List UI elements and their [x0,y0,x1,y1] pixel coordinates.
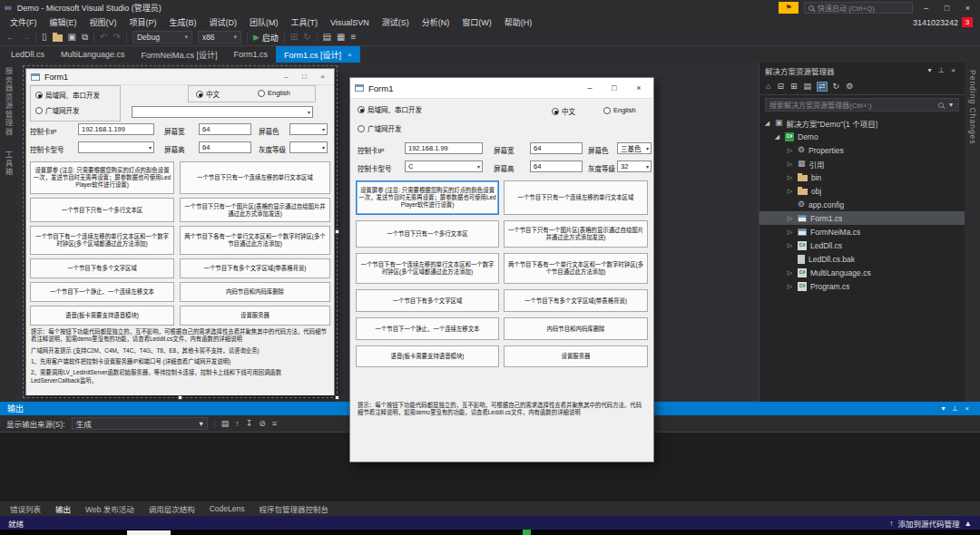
tab-codelens[interactable]: CodeLens [202,504,252,513]
find-in-files-icon[interactable]: ▤ [323,33,331,42]
doc-tab-formneima-design[interactable]: FormNeiMa.cs [设计] [133,46,226,63]
doc-tab-multilanguage[interactable]: MultiLanguage.cs [53,46,133,63]
form-button[interactable]: 语音(板卡需要支持语音模块) [30,306,174,326]
expand-arrow-icon[interactable]: ◢ [773,133,781,141]
doc-tab-form1-design-active[interactable]: Form1.cs [设计] × [276,46,360,63]
collapse-all-icon[interactable]: ⊟ [777,83,784,91]
window-position-icon[interactable]: ▾ [924,66,936,74]
notification-badge[interactable]: 3 [962,17,973,27]
undo-icon[interactable]: ↶ [100,33,107,42]
radio-wan[interactable]: 广域网开发 [35,105,80,115]
show-all-files-icon[interactable]: ▤ [804,83,812,91]
form-button[interactable]: 一个节目下只有一个图片区(表格的显示通过自绘图片并通过此方式添加发送) [504,220,648,248]
sidebar-tab-server-explorer[interactable]: 服务器资源管理器 [3,67,14,136]
solution-config-dropdown[interactable]: Debug ▾ [132,31,192,44]
refresh-icon[interactable]: ↻ [833,83,840,91]
close-button[interactable]: × [629,83,649,92]
tree-item-references[interactable]: ▷ ▦ 引用 [760,157,965,170]
menu-item-help[interactable]: 帮助(H) [498,16,539,28]
radio-chinese[interactable]: 中文 [552,106,575,116]
taskbar-item[interactable] [127,530,171,535]
maximize-button[interactable]: □ [298,73,311,81]
card-model-combobox[interactable]: C ▾ [405,160,483,172]
form-button[interactable]: 一个节目下只有一个多行文本区 [356,220,499,248]
step-over-icon[interactable]: ↻ [303,33,310,42]
redo-icon[interactable]: ↷ [113,33,121,42]
form-button[interactable]: 一个节目下有多个文字区域(带表格背景) [180,258,330,278]
screen-height-input[interactable]: 64 [530,160,583,172]
gray-level-combobox[interactable]: ▾ [289,141,328,153]
account-number[interactable]: 3141023242 [913,18,958,27]
screen-width-input[interactable]: 64 [199,123,251,135]
start-debug-button[interactable]: ▶ 启动 [253,32,279,44]
tree-item-properties[interactable]: ▷ ⚙ Properties [760,143,965,157]
save-icon[interactable]: ▣ [68,33,76,42]
radio-english[interactable]: English [603,106,636,114]
tree-item-appconfig[interactable]: ⚙ app.config [760,198,965,211]
go-next-icon[interactable]: ↧ [246,420,253,428]
expand-arrow-icon[interactable]: ▷ [786,229,794,236]
form-button[interactable]: 一个节目下一个静止、一个连续左移文本 [356,317,499,340]
menu-item-analyze[interactable]: 分析(N) [416,16,456,28]
menu-item-test[interactable]: 测试(S) [376,16,416,28]
form-button[interactable]: 一个节目下一个静止、一个连续左移文本 [30,282,174,302]
expand-arrow-icon[interactable]: ▷ [786,188,794,195]
form-button[interactable]: 设置服务器 [180,306,330,326]
navigate-back-icon[interactable]: ← [6,33,15,42]
tree-item-project[interactable]: ◢ C# Demo [760,130,965,143]
pin-icon[interactable]: ⊥ [936,66,947,74]
form-button[interactable]: 两个节目下各有一个单行文本区和一个数字时钟区(多个节目通过此方法添加) [504,253,648,284]
form-button[interactable]: 一个节目下只有一个图片区(表格的显示通过自绘图片并通过此方式添加发送) [180,198,330,222]
sidebar-tab-pending-changes[interactable]: Pending Changes [968,70,977,402]
tree-item-solution[interactable]: ◢ ▣ 解决方案"Demo"(1 个项目) [760,116,965,130]
menu-item-tools[interactable]: 工具(T) [285,16,325,28]
word-wrap-icon[interactable]: ≡ [272,420,277,428]
form-title-bar[interactable]: Form1 – □ × [26,69,334,85]
menu-item-view[interactable]: 视图(V) [83,16,123,28]
screen-width-input[interactable]: 64 [530,142,583,154]
radio-wan[interactable]: 广域网开发 [358,123,402,133]
expand-arrow-icon[interactable]: ▷ [786,174,794,181]
command-window-icon[interactable]: ▦ [337,33,345,42]
tree-item-program[interactable]: ▷ C# Program.cs [760,279,965,293]
tree-item-bin[interactable]: ▷ bin [760,170,965,184]
form-button[interactable]: 一个节目下有多个文字区域 [30,258,174,278]
expand-arrow-icon[interactable]: ▷ [786,269,794,277]
resize-handle[interactable] [178,395,182,400]
form-button[interactable]: 一个节目下有一个连续左移的单行文本区和一个数字时钟区(多个区域都通过此方法添加) [30,226,174,255]
go-previous-icon[interactable]: ↑ [235,420,240,428]
window-position-icon[interactable]: ▾ [937,404,949,413]
form-button[interactable]: 设置服务器 [504,345,648,367]
expand-arrow-icon[interactable]: ▷ [786,147,794,154]
minimize-button[interactable]: – [279,73,293,81]
notifications-flag-icon[interactable]: ⚑ [779,2,799,14]
tab-call-hierarchy[interactable]: 调用层次结构 [142,503,202,514]
form-button[interactable]: 内码节目和内码库删除 [504,317,648,340]
screen-color-combobox[interactable]: 三基色 ▾ [617,142,652,154]
menu-item-build[interactable]: 生成(B) [163,16,203,28]
ip-input[interactable]: 192.168.1.199 [78,123,154,135]
radio-english[interactable]: English [258,89,290,97]
menu-item-debug[interactable]: 调试(D) [203,16,244,28]
tree-item-obj[interactable]: ▷ obj [760,184,965,198]
new-file-icon[interactable]: ▯ [42,33,47,42]
navigate-forward-icon[interactable]: → [21,33,30,42]
close-button[interactable]: × [316,73,329,81]
menu-item-file[interactable]: 文件(F) [4,16,44,28]
gray-level-combobox[interactable]: 32 ▾ [617,160,652,172]
home-icon[interactable]: ⌂ [766,83,770,91]
doc-tab-form1-code[interactable]: Form1.cs [226,46,277,63]
pin-icon[interactable]: ⊥ [949,404,961,413]
tree-item-leddll[interactable]: ▷ C# LedDll.cs [760,238,965,252]
form-button-focused[interactable]: 设置屏参 (注意: 只需要根据您购买的灯点的颜色设置一次，发送节目时无需再设置；… [356,180,499,215]
expand-arrow-icon[interactable]: ▷ [786,242,794,249]
form-button[interactable]: 一个节目下有一个连续左移的单行文本区和一个数字时钟区(多个区域都通过此方法添加) [356,253,499,284]
maximize-button[interactable]: □ [939,4,955,13]
expand-arrow-icon[interactable]: ▷ [786,160,794,168]
clear-all-icon[interactable]: ⊘ [259,420,266,428]
sidebar-tab-toolbox[interactable]: 工具箱 [3,151,14,177]
radio-chinese[interactable]: 中文 [196,89,220,99]
save-all-icon[interactable]: ⧉ [82,33,88,42]
combobox[interactable]: ▾ [132,106,313,118]
tree-item-formneima[interactable]: ▷ FormNeiMa.cs [760,225,965,238]
